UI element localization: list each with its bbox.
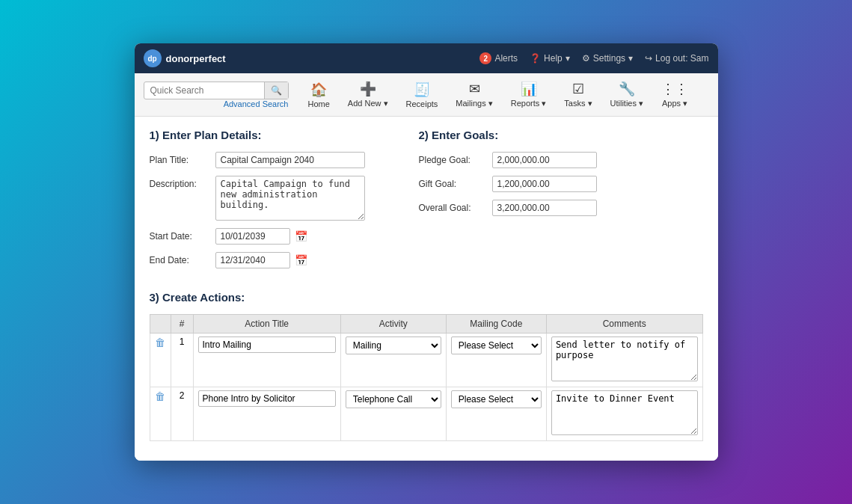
nav-reports[interactable]: 📊 Reports ▾ (503, 78, 554, 111)
alerts-button[interactable]: 2 Alerts (479, 52, 518, 64)
plan-title-label: Plan Title: (150, 152, 209, 165)
end-date-calendar-icon[interactable]: 📅 (295, 254, 307, 266)
logo-name: donorperfect (166, 53, 226, 64)
row1-activity-select[interactable]: Mailing Telephone Call Personal Visit Ev… (346, 336, 441, 354)
row2-activity-cell: Mailing Telephone Call Personal Visit Ev… (340, 387, 446, 441)
alerts-badge: 2 (479, 52, 491, 64)
description-row: Description: Capital Campaign to fund ne… (150, 176, 389, 221)
end-date-label: End Date: (150, 252, 209, 265)
row2-mailing-code-cell: Please Select (446, 387, 546, 441)
start-date-row: Start Date: 📅 (150, 228, 389, 245)
nav-tasks[interactable]: ☑ Tasks ▾ (557, 78, 599, 111)
end-date-input[interactable] (215, 252, 290, 268)
row2-action-title-input[interactable] (198, 390, 336, 407)
section-actions: 3) Create Actions: # Action Title Activi… (150, 291, 703, 441)
row1-comments-cell: Send letter to notify of purpose (546, 334, 702, 387)
search-button[interactable]: 🔍 (264, 82, 288, 99)
section1-title: 1) Enter Plan Details: (150, 129, 389, 141)
receipts-icon: 🧾 (414, 82, 430, 98)
nav-utilities[interactable]: 🔧 Utilities ▾ (603, 78, 652, 111)
overall-goal-label: Overall Goal: (419, 203, 486, 213)
end-date-row: End Date: 📅 (150, 252, 389, 268)
pledge-goal-input[interactable] (492, 152, 597, 168)
help-icon: ❓ (530, 53, 541, 64)
nav-apps[interactable]: ⋮⋮ Apps ▾ (654, 78, 696, 111)
search-input[interactable] (144, 82, 264, 99)
gift-goal-row: Gift Goal: (419, 176, 703, 192)
section-goals: 2) Enter Goals: Pledge Goal: Gift Goal: … (419, 129, 703, 276)
row2-delete-cell: 🗑 (150, 387, 171, 441)
start-date-calendar-icon[interactable]: 📅 (295, 230, 307, 242)
col-header-action-title: Action Title (193, 315, 340, 334)
nav-home[interactable]: 🏠 Home (301, 79, 337, 111)
section2-title: 2) Enter Goals: (419, 129, 703, 141)
gift-goal-label: Gift Goal: (419, 179, 486, 189)
row1-mailing-code-select[interactable]: Please Select (451, 336, 542, 354)
table-row: 🗑 1 Mailing Telephone Call Personal Visi… (150, 334, 702, 387)
row1-action-title-input[interactable] (198, 336, 336, 353)
overall-goal-row: Overall Goal: (419, 200, 703, 216)
help-arrow: ▾ (566, 53, 570, 64)
row1-num: 1 (171, 334, 193, 387)
row2-delete-icon[interactable]: 🗑 (155, 390, 165, 402)
utilities-icon: 🔧 (619, 81, 635, 97)
section-plan-details: 1) Enter Plan Details: Plan Title: Descr… (150, 129, 389, 276)
row1-activity-cell: Mailing Telephone Call Personal Visit Ev… (340, 334, 446, 387)
nav-mailings[interactable]: ✉ Mailings ▾ (448, 78, 500, 111)
top-sections: 1) Enter Plan Details: Plan Title: Descr… (150, 129, 703, 276)
logout-icon: ↪ (645, 53, 652, 64)
add-new-icon: ➕ (360, 81, 376, 97)
row2-comments-cell: Invite to Dinner Event (546, 387, 702, 441)
settings-label: Settings (593, 53, 625, 64)
gift-goal-input[interactable] (492, 176, 597, 192)
row1-delete-cell: 🗑 (150, 334, 171, 387)
settings-arrow: ▾ (628, 53, 633, 64)
row1-comments-input[interactable]: Send letter to notify of purpose (551, 336, 698, 381)
description-label: Description: (150, 176, 209, 189)
col-header-delete (150, 315, 171, 334)
row1-delete-icon[interactable]: 🗑 (155, 336, 165, 348)
advanced-search-link[interactable]: Advanced Search (144, 99, 289, 108)
row2-comments-input[interactable]: Invite to Dinner Event (551, 390, 698, 435)
search-area: 🔍 Advanced Search (144, 82, 289, 108)
nav-receipts[interactable]: 🧾 Receipts (399, 79, 446, 111)
plan-title-row: Plan Title: (150, 152, 389, 168)
pledge-goal-row: Pledge Goal: (419, 152, 703, 168)
pledge-goal-label: Pledge Goal: (419, 155, 486, 165)
row2-num: 2 (171, 387, 193, 441)
row2-mailing-code-select[interactable]: Please Select (451, 390, 542, 408)
col-header-num: # (171, 315, 193, 334)
settings-button[interactable]: ⚙ Settings ▾ (582, 53, 633, 64)
top-nav: dp donorperfect 2 Alerts ❓ Help ▾ ⚙ Sett… (135, 43, 718, 73)
row1-mailing-code-cell: Please Select (446, 334, 546, 387)
help-button[interactable]: ❓ Help ▾ (530, 53, 570, 64)
settings-icon: ⚙ (582, 53, 590, 64)
tasks-icon: ☑ (572, 81, 584, 97)
home-icon: 🏠 (310, 82, 327, 98)
nav-add-new[interactable]: ➕ Add New ▾ (340, 78, 396, 111)
help-label: Help (544, 53, 563, 64)
start-date-label: Start Date: (150, 228, 209, 242)
logout-button[interactable]: ↪ Log out: Sam (645, 53, 708, 64)
description-input[interactable]: Capital Campaign to fund new administrat… (215, 176, 365, 221)
logout-label: Log out: Sam (655, 53, 708, 64)
overall-goal-input[interactable] (492, 200, 597, 216)
plan-title-input[interactable] (215, 152, 365, 168)
nav-icons: 🏠 Home ➕ Add New ▾ 🧾 Receipts ✉ Mailings… (301, 78, 696, 111)
apps-icon: ⋮⋮ (661, 81, 688, 97)
section3-title: 3) Create Actions: (150, 291, 703, 304)
row2-activity-select[interactable]: Mailing Telephone Call Personal Visit Ev… (346, 390, 441, 408)
row2-action-title-cell (193, 387, 340, 441)
toolbar: 🔍 Advanced Search 🏠 Home ➕ Add New ▾ 🧾 R… (135, 73, 718, 117)
col-header-mailing-code: Mailing Code (446, 315, 546, 334)
logo-icon: dp (144, 49, 162, 67)
top-nav-right: 2 Alerts ❓ Help ▾ ⚙ Settings ▾ ↪ Log out… (479, 52, 708, 64)
col-header-activity: Activity (340, 315, 446, 334)
actions-table: # Action Title Activity Mailing Code Com… (150, 314, 703, 441)
reports-icon: 📊 (521, 81, 537, 97)
main-content: 1) Enter Plan Details: Plan Title: Descr… (135, 117, 718, 461)
mailings-icon: ✉ (469, 81, 480, 97)
search-box: 🔍 (144, 82, 289, 99)
col-header-comments: Comments (546, 315, 702, 334)
start-date-input[interactable] (215, 228, 290, 245)
